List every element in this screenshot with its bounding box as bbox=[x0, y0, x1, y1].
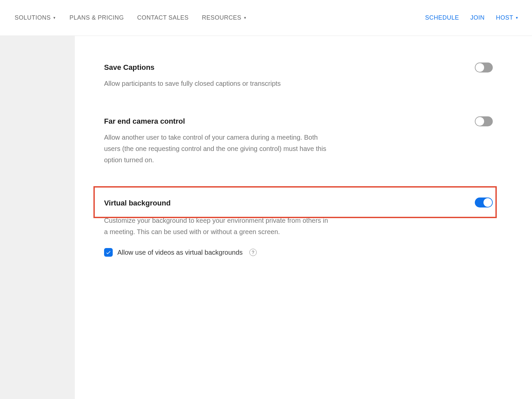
settings-panel: Full transcript Allow viewing of full tr… bbox=[75, 36, 426, 319]
setting-desc: Customize your background to keep your e… bbox=[104, 215, 330, 237]
setting-title: Far end camera control bbox=[104, 117, 426, 126]
settings-list: Full transcript Allow viewing of full tr… bbox=[75, 9, 426, 274]
nav-left-group: SOLUTIONS ▼ PLANS & PRICING CONTACT SALE… bbox=[15, 14, 425, 21]
nav-right-group: SCHEDULE JOIN HOST ▼ bbox=[425, 14, 426, 21]
nav-label: RESOURCES bbox=[202, 14, 241, 21]
setting-far-end-camera: Far end camera control Allow another use… bbox=[104, 106, 426, 183]
nav-resources[interactable]: RESOURCES ▼ bbox=[202, 14, 247, 21]
setting-title: Save Captions bbox=[104, 63, 426, 72]
top-nav: SOLUTIONS ▼ PLANS & PRICING CONTACT SALE… bbox=[0, 0, 426, 36]
setting-virtual-background: Virtual background Customize your backgr… bbox=[104, 183, 426, 274]
checkbox-label: Allow use of videos as virtual backgroun… bbox=[117, 249, 243, 256]
nav-label: CONTACT SALES bbox=[137, 14, 189, 21]
nav-label: PLANS & PRICING bbox=[69, 14, 124, 21]
checkbox-allow-videos[interactable] bbox=[104, 248, 113, 257]
help-icon[interactable]: ? bbox=[249, 249, 257, 256]
nav-contact-sales[interactable]: CONTACT SALES bbox=[137, 14, 189, 21]
setting-desc: Allow another user to take control of yo… bbox=[104, 132, 330, 166]
nav-solutions[interactable]: SOLUTIONS ▼ bbox=[15, 14, 56, 21]
page-background: Full transcript Allow viewing of full tr… bbox=[0, 36, 426, 319]
setting-desc: Allow participants to save fully closed … bbox=[104, 78, 330, 89]
checkbox-row-allow-videos: Allow use of videos as virtual backgroun… bbox=[104, 248, 426, 257]
nav-schedule[interactable]: SCHEDULE bbox=[425, 14, 426, 21]
nav-plans-pricing[interactable]: PLANS & PRICING bbox=[69, 14, 124, 21]
setting-save-captions: Save Captions Allow participants to save… bbox=[104, 53, 426, 106]
nav-label: SCHEDULE bbox=[425, 14, 426, 21]
chevron-down-icon: ▼ bbox=[53, 16, 56, 20]
check-icon bbox=[105, 249, 111, 255]
nav-label: SOLUTIONS bbox=[15, 14, 51, 21]
setting-title: Virtual background bbox=[104, 199, 426, 207]
chevron-down-icon: ▼ bbox=[243, 16, 247, 20]
